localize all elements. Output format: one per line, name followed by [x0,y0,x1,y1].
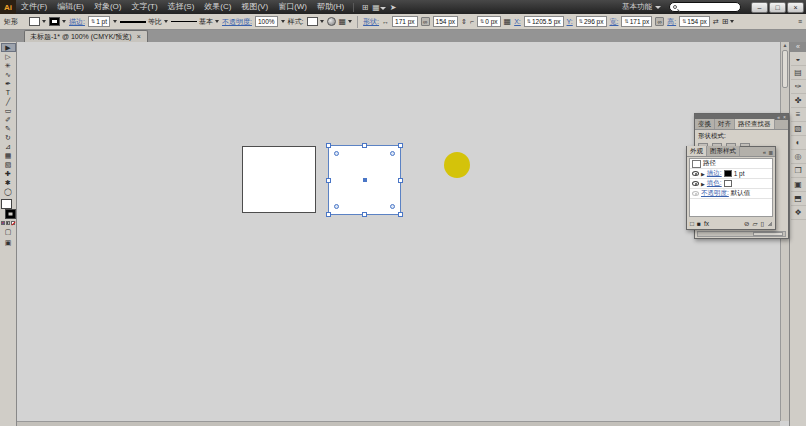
arrange-documents-icon[interactable]: ▦ [372,3,386,12]
color-panel-icon[interactable]: ◒ [791,52,806,66]
appearance-panel-icon[interactable]: ◎ [791,150,806,164]
symbols-panel-icon[interactable]: ✤ [791,94,806,108]
menu-item[interactable]: 编辑(E) [52,0,89,14]
visibility-eye-icon[interactable] [692,191,699,196]
menu-item[interactable]: 文件(F) [16,0,52,14]
rectangle-tool[interactable]: ▭ [1,106,16,115]
stepper-icon[interactable]: ⇅ [624,19,628,24]
transparency-panel-icon[interactable]: ◐ [791,136,806,150]
swatches-panel-icon[interactable]: ▤ [791,66,806,80]
height-field[interactable]: ⇅154 px [679,16,710,27]
delete-item-icon[interactable]: ▯ [760,220,764,228]
scale-tool[interactable]: ⊿ [1,142,16,151]
shape-link[interactable]: 形状: [363,17,379,27]
layers-panel-icon[interactable]: ▣ [791,178,806,192]
selection-handle-e[interactable] [398,178,403,183]
shape-width-field[interactable]: 171 px [392,16,418,27]
opacity-field[interactable]: 100% [255,16,278,27]
constrain-wh-link-icon[interactable]: ∞ [655,17,664,26]
yellow-circle-object[interactable] [444,152,470,178]
fill-stroke-control[interactable] [1,199,16,219]
stroke-proxy-swatch[interactable] [5,209,16,219]
tab-align[interactable]: 对齐 [715,119,735,129]
none-mode-button[interactable] [11,221,15,225]
cs-live-icon[interactable]: ➤ [386,3,400,12]
magic-wand-tool[interactable]: ✳ [1,61,16,70]
expand-arrow-icon[interactable]: ▶ [701,181,705,187]
center-point[interactable] [363,178,367,182]
width-field[interactable]: ⇅171 px [621,16,652,27]
x-label[interactable]: X: [514,18,521,25]
corner-widget-sw[interactable] [334,204,339,209]
add-effect-icon[interactable]: fx [704,220,709,228]
stepper-icon[interactable]: ⇅ [579,19,583,24]
visibility-eye-icon[interactable] [692,181,699,186]
selection-handle-ne[interactable] [398,143,403,148]
gradient-tool[interactable]: ▧ [1,160,16,169]
recolor-artwork-icon[interactable] [327,17,336,26]
panel-horizontal-scrollbar[interactable] [697,231,786,237]
menu-item[interactable]: 效果(C) [199,0,236,14]
bridge-icon[interactable]: ⊞ [358,3,372,12]
visibility-eye-icon[interactable] [692,171,699,176]
panel-resize-grip[interactable] [767,221,772,226]
shape-height-field[interactable]: 154 px [433,16,459,27]
isolate-dropdown[interactable]: ⊞ [722,17,735,26]
selected-rectangle-object[interactable] [328,145,401,215]
selection-handle-n[interactable] [362,143,367,148]
mesh-tool[interactable]: ▦ [1,151,16,160]
fill-color-control[interactable] [29,17,46,26]
maximize-button[interactable]: □ [769,2,786,13]
brush-definition-dropdown[interactable]: 基本 [171,17,219,27]
gradient-mode-button[interactable] [6,221,10,225]
search-box[interactable] [669,2,741,12]
menu-item[interactable]: 对象(O) [89,0,127,14]
fill-color-swatch[interactable] [724,180,732,187]
rotate-tool[interactable]: ↻ [1,133,16,142]
stroke-panel-icon[interactable]: ≡ [791,108,806,122]
selection-handle-s[interactable] [362,212,367,217]
artboards-panel-icon[interactable]: ⬒ [791,192,806,206]
gradient-panel-icon[interactable]: ▧ [791,122,806,136]
zoom-tool[interactable]: ◯ [1,187,16,196]
fill-attr-link[interactable]: 填色: [707,179,722,188]
tab-close-icon[interactable]: × [137,32,141,41]
collapse-panel-icon[interactable]: « [763,149,766,156]
stepper-icon[interactable]: ⇅ [682,19,686,24]
menu-item[interactable]: 帮助(H) [312,0,349,14]
horizontal-scrollbar[interactable] [17,421,780,426]
opacity-attribute-row[interactable]: 不透明度: 默认值 [690,189,772,199]
corner-widget-nw[interactable] [334,151,339,156]
stroke-weight-link[interactable]: 描边: [69,17,85,27]
collapse-panel-icon[interactable]: « [777,115,780,120]
y-label[interactable]: Y: [567,18,573,25]
stroke-color-swatch[interactable] [724,170,732,177]
new-stroke-icon[interactable]: □ [690,220,694,228]
menu-item[interactable]: 文字(T) [126,0,162,14]
clear-appearance-icon[interactable]: ⊘ [744,220,749,228]
stepper-icon[interactable]: ⇅ [527,19,531,24]
workspace-switcher[interactable]: 基本功能 [622,2,661,12]
opacity-attr-link[interactable]: 不透明度: [701,189,729,198]
eyedropper-tool[interactable]: ✚ [1,169,16,178]
brushes-panel-icon[interactable]: ✑ [791,80,806,94]
scroll-up-icon[interactable]: ▲ [781,42,789,49]
transform-icon[interactable]: ⇄ [713,18,719,26]
panel-scroll-thumb[interactable] [753,232,783,236]
rectangle-object[interactable] [242,146,316,213]
new-fill-icon[interactable]: ■ [697,220,701,228]
x-field[interactable]: ⇅1205.5 px [524,16,564,27]
panel-close-icon[interactable]: × [783,115,786,120]
draw-mode-button[interactable]: ▢ [5,228,12,236]
expand-panels-icon[interactable]: « [790,42,806,52]
selection-handle-w[interactable] [326,178,331,183]
fill-attribute-row[interactable]: ▶ 填色: [690,179,772,189]
line-segment-tool[interactable]: ╱ [1,97,16,106]
selection-handle-se[interactable] [398,212,403,217]
menu-item[interactable]: 窗口(W) [273,0,312,14]
corner-widget-ne[interactable] [390,151,395,156]
reference-point-icon[interactable]: ▦ [504,17,512,26]
selection-handle-sw[interactable] [326,212,331,217]
screen-mode-button[interactable]: ▣ [5,239,12,247]
y-field[interactable]: ⇅296 px [576,16,607,27]
